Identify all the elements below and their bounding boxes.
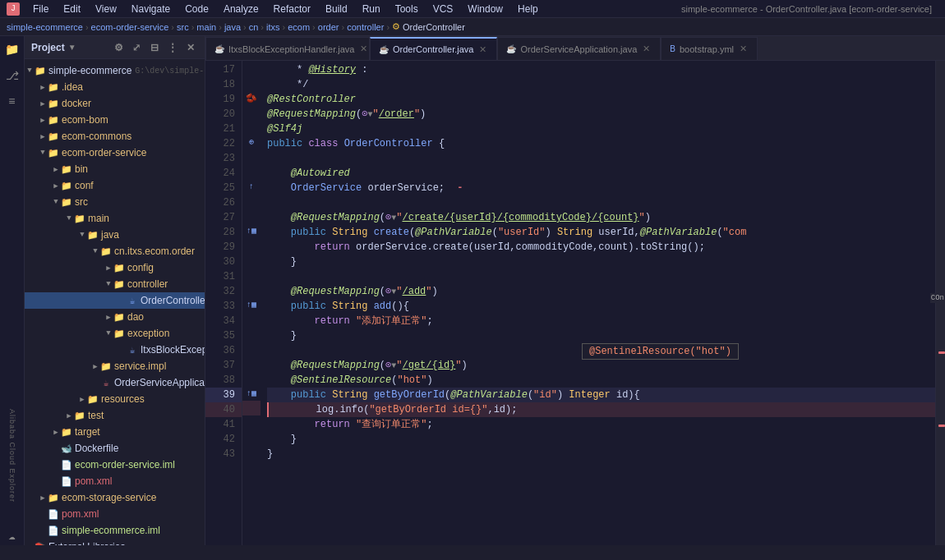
menu-code[interactable]: Code (178, 2, 215, 16)
code-line-41: return "查询订单正常"; (267, 417, 935, 432)
tab-yml-icon: B (670, 44, 675, 53)
bc-controller[interactable]: controller (347, 22, 384, 32)
override-gutter-33[interactable]: ↑▦ (242, 297, 260, 312)
tree-controller[interactable]: ▼ 📁 controller (25, 276, 205, 292)
tree-target[interactable]: ▶ 📁 target (25, 424, 205, 440)
tree-test[interactable]: ▶ 📁 test (25, 407, 205, 424)
project-menu-icon[interactable]: ⋮ (165, 40, 180, 55)
code-line-26 (267, 195, 935, 210)
tree-orderserviceapp[interactable]: ☕ OrderServiceApplication (25, 374, 205, 391)
tree-bin[interactable]: ▶ 📁 bin (25, 161, 205, 177)
editor-area: ☕ ItxsBlockExceptionHandler.java ✕ ☕ Ord… (205, 36, 945, 545)
menu-tools[interactable]: Tools (389, 2, 425, 16)
tabs-bar: ☕ ItxsBlockExceptionHandler.java ✕ ☕ Ord… (205, 36, 945, 61)
code-line-36 (267, 343, 935, 358)
code-line-37: @RequestMapping(⊙▼"/get/{id}") (267, 358, 935, 373)
override-gutter-28[interactable]: ↑▦ (242, 223, 260, 238)
code-line-22: public class OrderController { (267, 136, 935, 151)
bc-simple-ecommerce[interactable]: simple-ecommerce (7, 22, 83, 32)
tree-main[interactable]: ▼ 📁 main (25, 210, 205, 227)
menu-vcs[interactable]: VCS (426, 2, 460, 16)
tree-ecom-commons[interactable]: ▶ 📁 ecom-commons (25, 128, 205, 145)
tab-close-bootstrap[interactable]: ✕ (738, 44, 749, 54)
bc-cn[interactable]: cn (249, 22, 259, 32)
tree-ecom-storage[interactable]: ▶ 📁 ecom-storage-service (25, 489, 205, 506)
tree-ordercontroller[interactable]: ☕ OrderController (25, 292, 205, 309)
menu-help[interactable]: Help (511, 2, 545, 16)
menu-build[interactable]: Build (319, 2, 354, 16)
bc-order[interactable]: order (318, 22, 339, 32)
tree-src[interactable]: ▼ 📁 src (25, 194, 205, 210)
bc-main[interactable]: main (196, 22, 216, 32)
tab-label-ordercontroller: OrderController.java (393, 44, 473, 54)
menu-file[interactable]: File (26, 2, 55, 16)
project-expand-icon[interactable]: ⤢ (129, 40, 144, 55)
bc-itxs[interactable]: itxs (266, 22, 280, 32)
menu-analyze[interactable]: Analyze (217, 2, 265, 16)
tab-close-ordercontroller[interactable]: ✕ (477, 44, 488, 55)
tree-external-libs[interactable]: ▶ 📚 External Libraries (25, 539, 205, 545)
tree-simple-ecommerce[interactable]: ▼ 📁 simple-ecommerce G:\dev\simple-ecomm… (25, 62, 205, 79)
override-gutter-25[interactable]: ↑ (242, 179, 260, 194)
sidebar-git-icon[interactable]: ⎇ (2, 66, 22, 85)
tab-ordercontroller[interactable]: ☕ OrderController.java ✕ (370, 37, 497, 60)
override-gutter-39[interactable]: ↑▦ (242, 386, 260, 401)
error-mark-1 (938, 351, 945, 354)
code-line-35: } (267, 328, 935, 343)
tab-label-orderserviceapp: OrderServiceApplication.java (520, 44, 637, 54)
project-collapse-icon[interactable]: ⊟ (147, 40, 162, 55)
code-line-32: @RequestMapping(⊙▼"/add") (267, 284, 935, 299)
menu-window[interactable]: Window (461, 2, 509, 16)
menu-refactor[interactable]: Refactor (267, 2, 317, 16)
tree-root-iml[interactable]: 📄 simple-ecommerce.iml (25, 522, 205, 539)
tree-conf[interactable]: ▶ 📁 conf (25, 177, 205, 194)
tree-dao[interactable]: ▶ 📁 dao (25, 309, 205, 325)
tree-ecom-order-iml[interactable]: 📄 ecom-order-service.iml (25, 457, 205, 473)
tab-java-icon-2: ☕ (379, 45, 389, 54)
tree-itxs-exception[interactable]: ☕ ItxsBlockExceptionHandler (25, 342, 205, 358)
tab-itxs-exception[interactable]: ☕ ItxsBlockExceptionHandler.java ✕ (205, 37, 370, 60)
bc-src[interactable]: src (177, 22, 189, 32)
code-line-31 (267, 269, 935, 284)
tab-close-exception[interactable]: ✕ (358, 44, 369, 54)
class-gutter[interactable]: ⊕ (242, 135, 260, 149)
bean-gutter[interactable]: 🫘 (242, 90, 260, 105)
tab-label-exception: ItxsBlockExceptionHandler.java (228, 44, 354, 54)
tree-ecom-order-service[interactable]: ▼ 📁 ecom-order-service (25, 145, 205, 161)
tree-service-impl[interactable]: ▶ 📁 service.impl (25, 358, 205, 374)
code-line-42: } (267, 432, 935, 447)
tab-bootstrap-yml[interactable]: B bootstrap.yml ✕ (661, 37, 758, 60)
menu-run[interactable]: Run (356, 2, 387, 16)
menu-view[interactable]: View (89, 2, 123, 16)
breadcrumb: simple-ecommerce › ecom-order-service › … (0, 18, 945, 36)
menu-edit[interactable]: Edit (57, 2, 87, 16)
sidebar-structure-icon[interactable]: ≡ (2, 92, 22, 112)
tree-ecom-bom[interactable]: ▶ 📁 ecom-bom (25, 112, 205, 128)
code-content[interactable]: * @History : */ @RestController @Request… (260, 61, 935, 545)
tab-close-orderserviceapp[interactable]: ✕ (641, 44, 652, 54)
minimap-scrollbar[interactable]: COn (935, 61, 945, 545)
bc-ecom-order-service[interactable]: ecom-order-service (91, 22, 169, 32)
file-tree: ▼ 📁 simple-ecommerce G:\dev\simple-ecomm… (25, 59, 205, 545)
tree-root-pom[interactable]: 📄 pom.xml (25, 506, 205, 522)
tree-idea[interactable]: ▶ 📁 .idea (25, 79, 205, 95)
sidebar-cloud-icon[interactable]: ☁ (2, 526, 22, 545)
tree-resources[interactable]: ▶ 📁 resources (25, 391, 205, 407)
tree-pom-xml[interactable]: 📄 pom.xml (25, 473, 205, 489)
tree-exception[interactable]: ▼ 📁 exception (25, 325, 205, 342)
code-line-30: } (267, 255, 935, 269)
code-line-34: return "添加订单正常"; (267, 314, 935, 328)
bc-java[interactable]: java (224, 22, 241, 32)
project-settings-icon[interactable]: ⚙ (111, 40, 126, 55)
tree-dockerfile[interactable]: 🐋 Dockerfile (25, 440, 205, 457)
tab-java-icon: ☕ (214, 44, 224, 53)
tree-cn-itxs[interactable]: ▼ 📁 cn.itxs.ecom.order (25, 243, 205, 259)
project-close-icon[interactable]: ✕ (183, 40, 198, 55)
tree-java[interactable]: ▼ 📁 java (25, 227, 205, 243)
sidebar-project-icon[interactable]: 📁 (2, 39, 22, 59)
menu-navigate[interactable]: Navigate (125, 2, 177, 16)
tree-config[interactable]: ▶ 📁 config (25, 259, 205, 276)
tree-docker[interactable]: ▶ 📁 docker (25, 95, 205, 112)
bc-ecom[interactable]: ecom (288, 22, 310, 32)
tab-orderserviceapp[interactable]: ☕ OrderServiceApplication.java ✕ (497, 37, 661, 60)
